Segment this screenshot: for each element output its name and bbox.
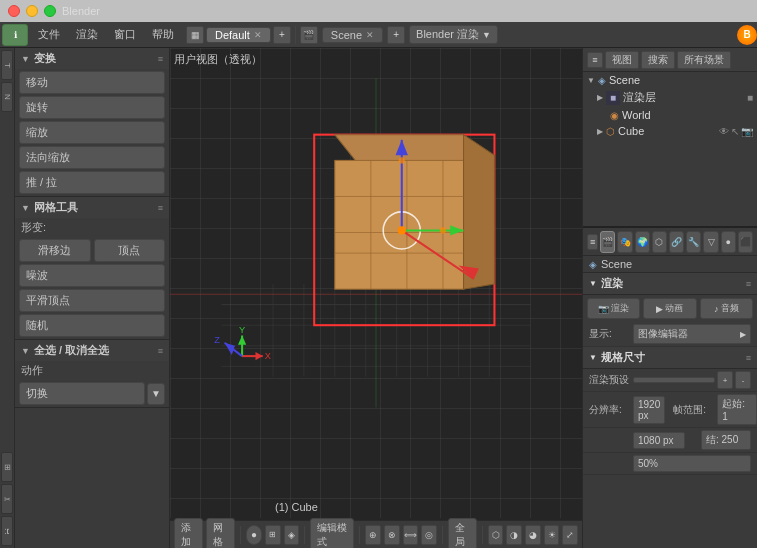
switch-btn[interactable]: 切换	[19, 382, 145, 405]
add-btn[interactable]: 添加	[174, 518, 203, 549]
screen-layout-icon[interactable]: ▦	[186, 26, 204, 44]
transform-header[interactable]: ▼ 变换 ≡	[15, 48, 169, 69]
tool-btn-4[interactable]: ✂	[1, 484, 13, 514]
percentage-field[interactable]: 50%	[633, 455, 751, 472]
tool-btn-5[interactable]: ∺	[1, 516, 13, 546]
texture-props-icon[interactable]: ⬛	[738, 231, 753, 253]
maximize-button[interactable]	[44, 5, 56, 17]
switch-dropdown-icon[interactable]: ▼	[147, 383, 165, 405]
outliner-icon-btn[interactable]: ≡	[587, 52, 603, 68]
outliner-filter-tab[interactable]: 所有场景	[677, 51, 731, 69]
outliner-view-tab[interactable]: 视图	[605, 51, 639, 69]
close-button[interactable]	[8, 5, 20, 17]
info-icon-btn[interactable]: ℹ	[2, 24, 28, 46]
material-props-icon[interactable]: ●	[721, 231, 736, 253]
mesh-tools-header[interactable]: ▼ 网格工具 ≡	[15, 197, 169, 218]
animation-btn[interactable]: ▶ 动画	[643, 298, 696, 319]
renderer-selector[interactable]: Blender 渲染 ▼	[409, 25, 498, 44]
btn-vertex[interactable]: 顶点	[94, 239, 166, 262]
menu-help[interactable]: 帮助	[144, 24, 182, 46]
edit-mode-btn[interactable]: 编辑模式	[310, 518, 354, 549]
start-frame-field[interactable]: 起始: 1	[717, 394, 757, 425]
toolbar-sep-4	[442, 526, 443, 544]
mesh-btn[interactable]: 网格	[206, 518, 235, 549]
transform-section: ▼ 变换 ≡ 移动 旋转 缩放 法向缩放 推 / 拉	[15, 48, 169, 197]
outliner-world[interactable]: ◉ World	[583, 107, 757, 123]
cube-eye-icon[interactable]: 👁	[719, 126, 729, 137]
btn-scale-normal[interactable]: 法向缩放	[19, 146, 165, 169]
menu-render[interactable]: 渲染	[68, 24, 106, 46]
audio-btn[interactable]: ♪ 音频	[700, 298, 753, 319]
outliner-cube[interactable]: ▶ ⬡ Cube 👁 ↖ 📷	[583, 123, 757, 139]
object-props-icon[interactable]: ⬡	[652, 231, 667, 253]
scene-expand-icon: ▼	[587, 76, 595, 85]
proportional-icon[interactable]: ◎	[421, 525, 437, 545]
render-preview-icon[interactable]: ☀	[544, 525, 560, 545]
add-workspace-btn[interactable]: +	[273, 26, 291, 44]
shade-icon[interactable]: ◑	[506, 525, 522, 545]
btn-move[interactable]: 移动	[19, 71, 165, 94]
constraint-props-icon[interactable]: 🔗	[669, 231, 684, 253]
outliner: ≡ 视图 搜索 所有场景 ▼ ◈ Scene ▶ ■ 渲染层 ■ ◉ World	[583, 48, 757, 228]
btn-noise[interactable]: 噪波	[19, 264, 165, 287]
solid-shade-icon[interactable]: ◕	[525, 525, 541, 545]
world-props-icon[interactable]: 🌍	[635, 231, 650, 253]
btn-rotate[interactable]: 旋转	[19, 96, 165, 119]
cube-render-icon[interactable]: 📷	[741, 126, 753, 137]
end-frame-field[interactable]: 结: 250	[701, 430, 751, 450]
tool-btn-3[interactable]: ⊞	[1, 452, 13, 482]
dimensions-options: ≡	[746, 353, 751, 363]
modifier-props-icon[interactable]: 🔧	[686, 231, 701, 253]
scene-object-icon: ◈	[598, 75, 606, 86]
res-y-field[interactable]: 1080 px	[633, 432, 685, 449]
outliner-render-layer[interactable]: ▶ ■ 渲染层 ■	[583, 88, 757, 107]
mirror-icon[interactable]: ⟺	[403, 525, 419, 545]
edge-mode-icon[interactable]: ⊞	[265, 525, 281, 545]
workspace-tab-default[interactable]: Default ✕	[206, 27, 271, 43]
tool-btn-2[interactable]: N	[1, 82, 13, 112]
scene-icon[interactable]: 🎬	[300, 26, 318, 44]
display-selector[interactable]: 图像编辑器 ▶	[633, 324, 751, 344]
preset-add-btn[interactable]: +	[717, 371, 733, 389]
select-header[interactable]: ▼ 全选 / 取消全选 ≡	[15, 340, 169, 361]
render-preset-field[interactable]	[633, 377, 715, 383]
data-props-icon[interactable]: ▽	[703, 231, 718, 253]
fullscreen-icon[interactable]: ⤢	[562, 525, 578, 545]
btn-scale[interactable]: 缩放	[19, 121, 165, 144]
vertex-mode-icon[interactable]: ●	[246, 525, 262, 545]
percentage-row: 50%	[583, 453, 757, 475]
cube-cursor-icon[interactable]: ↖	[731, 126, 739, 137]
slide-vertex-row: 滑移边 顶点	[19, 239, 165, 262]
tool-btn-1[interactable]: T	[1, 50, 13, 80]
btn-push-pull[interactable]: 推 / 拉	[19, 171, 165, 194]
btn-random[interactable]: 随机	[19, 314, 165, 337]
add-scene-btn[interactable]: +	[387, 26, 405, 44]
viewport[interactable]: 用户视图（透视）	[170, 48, 582, 548]
menu-file[interactable]: 文件	[30, 24, 68, 46]
outliner-scene[interactable]: ▼ ◈ Scene	[583, 72, 757, 88]
resolution-y-row: 1080 px 结: 250	[583, 428, 757, 453]
snap2-icon[interactable]: ⊗	[384, 525, 400, 545]
dimensions-section-header[interactable]: ▼ 规格尺寸 ≡	[583, 347, 757, 369]
render-section-options: ≡	[746, 279, 751, 289]
app-title: Blender	[62, 5, 100, 17]
btn-slide-edge[interactable]: 滑移边	[19, 239, 91, 262]
render-btn[interactable]: 📷 渲染	[587, 298, 640, 319]
scene-props-icon[interactable]: 🎭	[617, 231, 632, 253]
menu-window[interactable]: 窗口	[106, 24, 144, 46]
res-x-field[interactable]: 1920 px	[633, 396, 665, 424]
preset-remove-btn[interactable]: -	[735, 371, 751, 389]
render-section-header[interactable]: ▼ 渲染 ≡	[583, 273, 757, 295]
scene-tab[interactable]: Scene ✕	[322, 27, 383, 43]
render-props-icon[interactable]: 🎬	[600, 231, 615, 253]
overlay-icon[interactable]: ⬡	[488, 525, 504, 545]
face-mode-icon[interactable]: ◈	[284, 525, 300, 545]
menubar: ℹ 文件 渲染 窗口 帮助 ▦ Default ✕ + 🎬 Scene ✕ + …	[0, 22, 757, 48]
properties-icon-btn[interactable]: ≡	[587, 234, 598, 250]
snap-icon[interactable]: ⊕	[365, 525, 381, 545]
global-btn[interactable]: 全局	[448, 518, 477, 549]
btn-smooth-vertex[interactable]: 平滑顶点	[19, 289, 165, 312]
select-section: ▼ 全选 / 取消全选 ≡ 动作 切换 ▼	[15, 340, 169, 408]
minimize-button[interactable]	[26, 5, 38, 17]
outliner-search-tab[interactable]: 搜索	[641, 51, 675, 69]
